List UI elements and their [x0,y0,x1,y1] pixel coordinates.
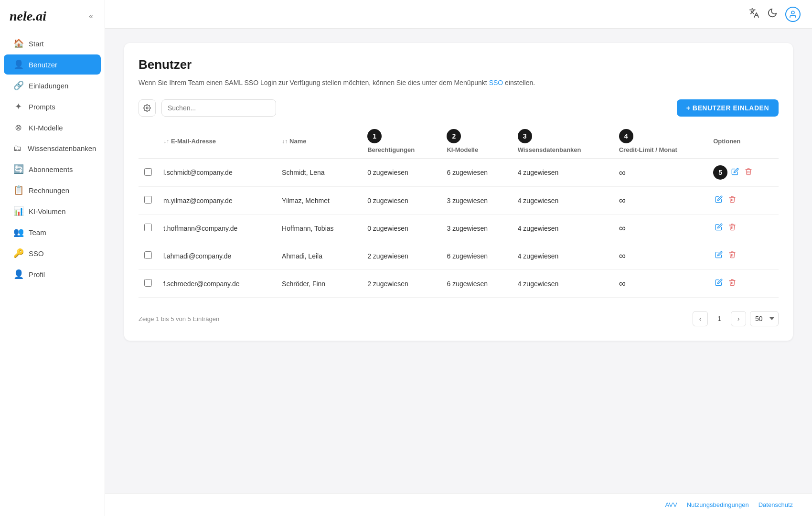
row-select-0[interactable] [144,168,152,176]
edit-button-3[interactable] [713,249,725,263]
users-table: ↓↑ E-Mail-Adresse ↓↑ Name 1 Berechtigung… [139,124,779,298]
sidebar-item-wissensdatenbanken[interactable]: 🗂 Wissensdatenbanken [4,139,101,158]
row-options-3 [707,242,779,270]
infinity-symbol-0: ∞ [619,167,626,178]
row-email-0: l.schmidt@company.de [158,159,276,187]
row-select-1[interactable] [144,196,152,204]
search-input[interactable] [161,99,276,117]
delete-button-3[interactable] [727,249,738,263]
row-name-4: Schröder, Finn [276,270,362,298]
ki-volumen-icon: 📊 [13,206,23,216]
table-row: l.ahmadi@company.deAhmadi, Leila2 zugewi… [139,242,779,270]
row-options-1 [707,187,779,215]
row-checkbox-0[interactable] [139,159,158,187]
select-all-header [139,124,158,159]
row-berechtigungen-4: 2 zugewiesen [362,270,441,298]
sidebar-item-team[interactable]: 👥 Team [4,222,101,242]
footer-link-nutzungsbedingungen[interactable]: Nutzungsbedingungen [687,501,749,508]
sidebar-item-rechnungen[interactable]: 📋 Rechnungen [4,180,101,200]
row-checkbox-4[interactable] [139,270,158,298]
row-checkbox-1[interactable] [139,187,158,215]
col-label-credit-limit: Credit-Limit / Monat [619,146,677,153]
row-select-4[interactable] [144,279,152,287]
delete-button-4[interactable] [727,277,738,290]
sort-icon-email: ↓↑ [163,138,169,145]
row-name-1: Yilmaz, Mehmet [276,187,362,215]
edit-button-0[interactable] [729,166,741,180]
row-select-2[interactable] [144,224,152,231]
sidebar-label-profil: Profil [29,270,45,279]
sidebar-label-team: Team [29,228,46,236]
row-ki-modelle-0: 6 zugewiesen [441,159,512,187]
user-profile-icon[interactable] [785,7,801,22]
footer-link-avv[interactable]: AVV [665,501,677,508]
col-badge-berechtigungen: 1 [367,129,382,143]
sidebar-label-wissensdatenbanken: Wissensdatenbanken [28,144,96,152]
row-options-0: 5 [707,159,779,187]
sidebar-label-prompts: Prompts [29,103,55,111]
col-label-berechtigungen: Berechtigungen [367,146,415,153]
col-label-wissensdatenbanken: Wissensdatenbanken [518,146,581,153]
sidebar-item-ki-volumen[interactable]: 📊 KI-Volumen [4,201,101,221]
delete-button-2[interactable] [727,221,738,235]
column-header-optionen: Optionen [707,124,779,159]
col-sort-email[interactable]: ↓↑ E-Mail-Adresse [163,138,270,145]
collapse-sidebar-button[interactable]: « [87,10,95,22]
team-icon: 👥 [13,227,23,237]
main-card: Benutzer Wenn Sie Ihrem Team einen SAML … [124,43,793,341]
col-label-ki-modelle: KI-Modelle [447,146,478,153]
col-badge-ki-modelle: 2 [447,129,461,143]
sidebar-label-benutzer: Benutzer [29,61,57,69]
prev-page-button[interactable]: ‹ [693,311,708,326]
info-text: Wenn Sie Ihrem Team einen SAML SSO Login… [139,78,779,88]
row-credit-limit-0: ∞ [613,159,707,187]
delete-button-0[interactable] [743,166,754,180]
invite-user-button[interactable]: + BENUTZER EINLADEN [677,99,779,117]
page-size-select[interactable]: 2550100 [750,311,779,326]
row-wissensdatenbanken-4: 4 zugewiesen [512,270,613,298]
edit-button-2[interactable] [713,221,725,235]
edit-button-4[interactable] [713,277,725,290]
row-checkbox-3[interactable] [139,242,158,270]
footer-link-datenschutz[interactable]: Datenschutz [759,501,793,508]
sso-icon: 🔑 [13,248,23,258]
col-sort-name[interactable]: ↓↑ Name [282,138,356,145]
table-row: m.yilmaz@company.deYilmaz, Mehmet0 zugew… [139,187,779,215]
translate-icon[interactable] [749,8,759,21]
row-options-2 [707,215,779,242]
sidebar-item-einladungen[interactable]: 🔗 Einladungen [4,75,101,96]
row-ki-modelle-4: 6 zugewiesen [441,270,512,298]
row-email-4: f.schroeder@company.de [158,270,276,298]
sidebar-item-start[interactable]: 🏠 Start [4,33,101,54]
edit-button-1[interactable] [713,194,725,207]
row-checkbox-2[interactable] [139,215,158,242]
col-label-optionen: Optionen [713,138,740,145]
settings-icon-button[interactable] [139,99,156,117]
next-page-button[interactable]: › [731,311,746,326]
sidebar-label-start: Start [29,40,44,48]
column-header-wissensdatenbanken: 3 Wissensdatenbanken [512,124,613,159]
page-title: Benutzer [139,57,779,72]
sidebar-item-benutzer[interactable]: 👤 Benutzer [4,54,101,75]
sidebar-label-ki-modelle: KI-Modelle [29,124,63,132]
abonnements-icon: 🔄 [13,164,23,174]
column-header-email[interactable]: ↓↑ E-Mail-Adresse [158,124,276,159]
sidebar-item-ki-modelle[interactable]: ⊗ KI-Modelle [4,118,101,138]
column-header-berechtigungen: 1 Berechtigungen [362,124,441,159]
sidebar-label-einladungen: Einladungen [29,82,68,90]
row-select-3[interactable] [144,251,152,259]
theme-toggle-icon[interactable] [767,8,778,21]
delete-button-1[interactable] [727,194,738,207]
column-header-name[interactable]: ↓↑ Name [276,124,362,159]
col-label-name: Name [289,138,306,145]
start-icon: 🏠 [13,38,23,49]
sso-link[interactable]: SSO [489,79,503,86]
row-ki-modelle-2: 3 zugewiesen [441,215,512,242]
sidebar-item-prompts[interactable]: ✦ Prompts [4,97,101,117]
sidebar-item-abonnements[interactable]: 🔄 Abonnements [4,159,101,179]
sidebar-item-sso[interactable]: 🔑 SSO [4,243,101,263]
sidebar-item-profil[interactable]: 👤 Profil [4,264,101,284]
prompts-icon: ✦ [13,101,23,112]
column-header-credit-limit: 4 Credit-Limit / Monat [613,124,707,159]
row-ki-modelle-3: 6 zugewiesen [441,242,512,270]
